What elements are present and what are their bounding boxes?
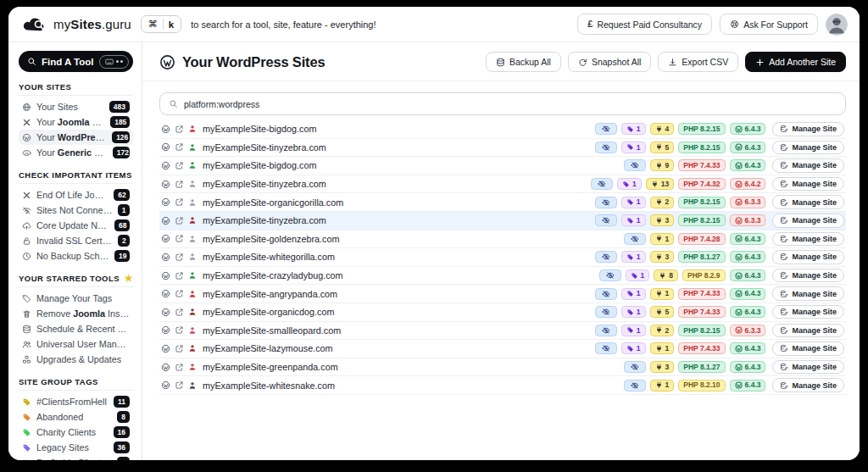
external-link-icon[interactable] [175,380,184,390]
user-avatar[interactable] [826,14,848,36]
plugins-count-badge[interactable]: 3 [650,251,675,263]
search-shortcut-kbd[interactable]: ⌘ k [141,15,181,33]
plugins-count-badge[interactable]: 3 [650,214,675,226]
site-row[interactable]: myExampleSite-tinyzebra.com15PHP 8.2.156… [159,139,846,158]
sidebar-item[interactable]: Legacy Sites36 [19,440,133,455]
site-row[interactable]: myExampleSite-tinyzebra.com113PHP 7.4.32… [159,175,846,194]
export-csv-button[interactable]: Export CSV [658,52,738,72]
plugins-count-badge[interactable]: 1 [650,233,675,245]
sidebar-item[interactable]: Your Joomla Sites185 [19,114,133,130]
sidebar-item[interactable]: Abandoned8 [19,409,133,425]
external-link-icon[interactable] [175,344,184,353]
monitoring-off-badge[interactable] [624,159,646,171]
site-row[interactable]: myExampleSite-bigdog.com14PHP 8.2.156.4.… [159,120,846,139]
site-row[interactable]: myExampleSite-greenpanda.com3PHP 8.1.276… [159,358,846,377]
backup-all-button[interactable]: Backup All [486,52,561,72]
site-search-input[interactable] [184,99,837,109]
snapshot-all-button[interactable]: Snapshot All [568,52,651,72]
logo[interactable]: mySites.guru [22,16,131,33]
external-link-icon[interactable] [175,142,184,152]
manage-site-button[interactable]: Manage Site [772,177,844,192]
sidebar-item[interactable]: Manage Your Tags [19,291,133,306]
monitoring-off-badge[interactable] [595,123,617,135]
manage-site-button[interactable]: Manage Site [772,232,844,247]
manage-site-button[interactable]: Manage Site [772,378,844,392]
site-row[interactable]: myExampleSite-organicgorilla.com12PHP 8.… [159,193,846,212]
external-link-icon[interactable] [175,271,184,280]
php-version-badge[interactable]: PHP 8.2.9 [682,269,726,281]
php-version-badge[interactable]: PHP 8.2.15 [678,123,725,135]
php-version-badge[interactable]: PHP 8.2.15 [678,325,725,336]
php-version-badge[interactable]: PHP 8.1.27 [678,251,725,263]
wp-version-badge[interactable]: 6.4.2 [730,178,766,190]
site-row[interactable]: myExampleSite-goldenzebra.com1PHP 7.4.28… [159,230,846,249]
tags-count-badge[interactable]: 1 [621,197,646,208]
monitoring-off-badge[interactable] [624,361,646,373]
sidebar-item[interactable]: Charity Clients16 [19,425,133,440]
plugins-count-badge[interactable]: 1 [650,380,675,391]
php-version-badge[interactable]: PHP 7.4.33 [678,306,725,318]
wp-version-badge[interactable]: 6.4.3 [730,306,766,318]
external-link-icon[interactable] [175,216,184,225]
wp-version-badge[interactable]: 6.4.3 [730,361,766,373]
wp-version-badge[interactable]: 6.3.3 [730,197,766,208]
manage-site-button[interactable]: Manage Site [772,214,844,228]
php-version-badge[interactable]: PHP 8.2.15 [678,197,725,208]
sidebar-item[interactable]: No Backup Schedule19 [19,248,133,264]
monitoring-off-badge[interactable] [599,269,621,281]
wp-version-badge[interactable]: 6.4.3 [730,233,766,245]
monitoring-off-badge[interactable] [624,380,646,391]
site-row[interactable]: myExampleSite-bigdog.com9PHP 7.4.336.4.3… [159,157,846,175]
site-row[interactable]: myExampleSite-whitegorilla.com13PHP 8.1.… [159,248,846,267]
monitoring-off-badge[interactable] [591,178,613,190]
sidebar-item[interactable]: Core Update Needed68 [19,218,133,233]
plugins-count-badge[interactable]: 8 [654,269,678,281]
sidebar-item[interactable]: Upgrades & Updates [19,352,133,367]
tags-count-badge[interactable]: 1 [621,325,646,336]
site-row[interactable]: myExampleSite-crazyladybug.com18PHP 8.2.… [159,267,846,286]
external-link-icon[interactable] [175,234,184,243]
site-row[interactable]: myExampleSite-smallleopard.com12PHP 8.2.… [159,322,846,341]
php-version-badge[interactable]: PHP 7.4.33 [678,342,725,354]
sidebar-item[interactable]: Profitable Clients4 [19,455,133,460]
external-link-icon[interactable] [175,325,184,335]
site-row[interactable]: myExampleSite-whitesnake.com1PHP 8.2.106… [159,376,846,395]
external-link-icon[interactable] [175,363,184,372]
tags-count-badge[interactable]: 1 [621,214,646,226]
external-link-icon[interactable] [175,180,184,189]
monitoring-off-badge[interactable] [595,325,617,336]
manage-site-button[interactable]: Manage Site [772,286,844,301]
tags-count-badge[interactable]: 1 [621,251,646,263]
plugins-count-badge[interactable]: 5 [650,306,675,318]
sidebar-item[interactable]: Invalid SSL Cert Install2 [19,233,133,248]
plugins-count-badge[interactable]: 5 [650,142,675,153]
wp-version-badge[interactable]: 6.4.3 [730,269,766,281]
site-row[interactable]: myExampleSite-lazymouse.com11PHP 7.4.336… [159,340,846,358]
manage-site-button[interactable]: Manage Site [772,324,844,338]
external-link-icon[interactable] [175,289,184,298]
wp-version-badge[interactable]: 6.4.3 [730,380,766,391]
find-a-tool-button[interactable]: Find A Tool [19,51,133,72]
wp-version-badge[interactable]: 6.4.3 [730,159,766,171]
php-version-badge[interactable]: PHP 7.4.33 [678,288,725,300]
site-row[interactable]: myExampleSite-angrypanda.com11PHP 7.4.33… [159,285,846,303]
external-link-icon[interactable] [175,253,184,262]
sidebar-item[interactable]: Your Sites483 [19,99,133,114]
tags-count-badge[interactable]: 1 [617,178,642,190]
php-version-badge[interactable]: PHP 8.2.10 [678,380,725,391]
sidebar-item[interactable]: phpYour Generic PHP Sites172 [19,145,133,160]
tags-count-badge[interactable]: 1 [621,123,646,135]
manage-site-button[interactable]: Manage Site [772,250,844,264]
site-row[interactable]: myExampleSite-tinyzebra.com13PHP 8.2.156… [159,212,846,230]
plugins-count-badge[interactable]: 1 [650,288,675,300]
plugins-count-badge[interactable]: 4 [650,123,675,135]
monitoring-off-badge[interactable] [595,251,617,263]
request-paid-consultancy-button[interactable]: £ Request Paid Consultancy [577,14,712,35]
site-row[interactable]: myExampleSite-organicdog.com15PHP 7.4.33… [159,303,846,322]
sidebar-item[interactable]: Remove Joomla Install Fluff [19,306,133,321]
external-link-icon[interactable] [175,161,184,170]
plugins-count-badge[interactable]: 9 [650,159,675,171]
add-another-site-button[interactable]: Add Another Site [745,52,846,72]
plugins-count-badge[interactable]: 3 [650,361,675,373]
php-version-badge[interactable]: PHP 7.4.32 [678,178,725,190]
